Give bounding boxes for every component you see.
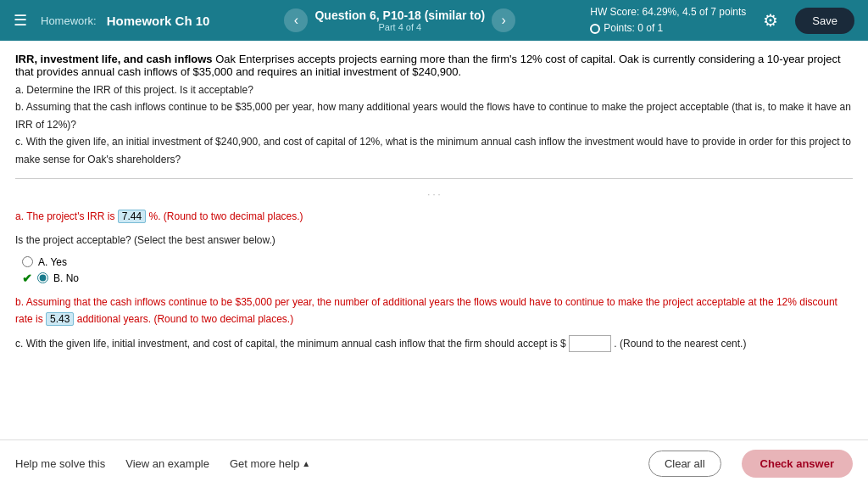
radio-option-a: A. Yes <box>22 256 853 268</box>
part-c-prefix: c. With the given life, initial investme… <box>15 338 566 350</box>
checkmark-icon: ✔ <box>22 271 32 285</box>
radio-yes[interactable] <box>22 256 33 267</box>
part-b-suffix: additional years. (Round to two decimal … <box>77 313 293 325</box>
part-c-answer: c. With the given life, initial investme… <box>15 335 853 352</box>
radio-yes-label: A. Yes <box>38 256 67 268</box>
problem-subparts: a. Determine the IRR of this project. Is… <box>15 81 853 168</box>
homework-title: Homework Ch 10 <box>107 14 210 28</box>
question-sub: Part 4 of 4 <box>314 22 485 32</box>
part-c-suffix: . (Round to the nearest cent.) <box>614 338 746 350</box>
main-content: IRR, investment life, and cash inflows O… <box>0 41 868 371</box>
points-label: Points: 0 of 1 <box>604 20 663 36</box>
points-info: Points: 0 of 1 <box>590 20 746 36</box>
radio-option-b: ✔ B. No <box>22 271 853 285</box>
part-a-prefix: a. The project's IRR is <box>15 210 114 222</box>
radio-no-label: B. No <box>53 272 79 284</box>
acceptable-question: Is the project acceptable? (Select the b… <box>15 232 853 249</box>
subpart-b: b. Assuming that the cash inflows contin… <box>15 98 853 133</box>
hw-score-label: HW Score: 64.29%, 4.5 of 7 points <box>590 4 746 20</box>
problem-title-text: IRR, investment life, and cash inflows <box>15 53 213 65</box>
question-title: Question 6, P10-18 (similar to) <box>314 8 485 22</box>
header: ☰ Homework: Homework Ch 10 ‹ Question 6,… <box>0 0 868 41</box>
prev-question-button[interactable]: ‹ <box>284 8 308 32</box>
radio-no[interactable] <box>37 272 48 283</box>
menu-icon[interactable]: ☰ <box>14 11 27 30</box>
problem-title: IRR, investment life, and cash inflows O… <box>15 53 853 78</box>
save-button[interactable]: Save <box>795 8 854 34</box>
question-info: Question 6, P10-18 (similar to) Part 4 o… <box>314 8 485 32</box>
homework-label: Homework: <box>41 14 97 27</box>
subpart-c: c. With the given life, an initial inves… <box>15 133 853 168</box>
part-b-answer: b. Assuming that the cash inflows contin… <box>15 294 853 328</box>
next-question-button[interactable]: › <box>492 8 515 32</box>
answer-section: a. The project's IRR is 7.44 %. (Round t… <box>15 208 853 352</box>
part-c-input[interactable] <box>569 335 611 352</box>
irr-suffix: %. (Round to two decimal places.) <box>149 210 303 222</box>
part-a-answer: a. The project's IRR is 7.44 %. (Round t… <box>15 208 853 225</box>
settings-button[interactable]: ⚙ <box>763 10 778 31</box>
irr-value: 7.44 <box>118 210 146 223</box>
radio-group: A. Yes ✔ B. No <box>22 256 853 285</box>
score-info: HW Score: 64.29%, 4.5 of 7 points Points… <box>590 4 746 36</box>
years-value: 5.43 <box>46 312 74 326</box>
circle-icon <box>590 24 600 34</box>
question-nav: ‹ Question 6, P10-18 (similar to) Part 4… <box>284 8 515 32</box>
ellipsis: · · · <box>15 189 853 199</box>
divider <box>15 178 853 179</box>
subpart-a: a. Determine the IRR of this project. Is… <box>15 81 853 98</box>
